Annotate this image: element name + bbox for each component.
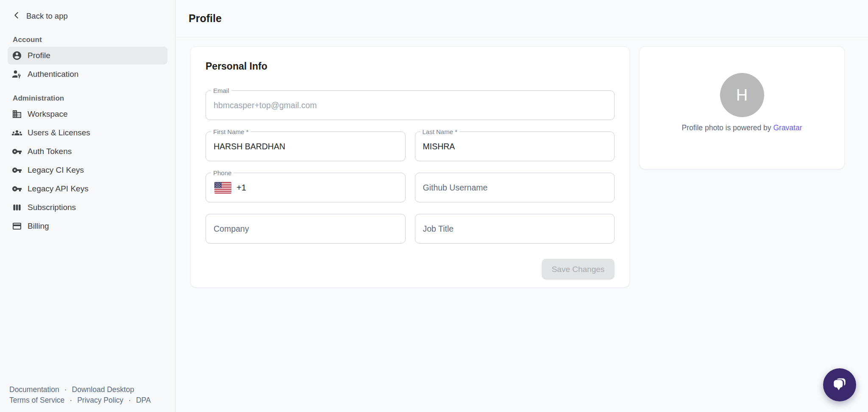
footer-separator: · <box>128 395 131 406</box>
github-username-field <box>415 173 615 202</box>
phone-field: Phone <box>206 173 406 202</box>
sidebar-item-legacy-api-keys[interactable]: Legacy API Keys <box>8 180 167 198</box>
first-name-label: First Name * <box>211 128 250 135</box>
footer-link-privacy-policy[interactable]: Privacy Policy <box>77 395 123 406</box>
last-name-input[interactable] <box>415 132 615 161</box>
email-input <box>206 91 614 120</box>
company-input[interactable] <box>206 214 405 243</box>
footer-link-dpa[interactable]: DPA <box>136 395 151 406</box>
actions-row: Save Changes <box>206 259 615 280</box>
person-key-icon <box>12 69 22 79</box>
job-title-field <box>415 214 615 244</box>
first-name-field: First Name * <box>206 132 406 161</box>
chat-bubbles-icon <box>831 376 849 395</box>
footer-link-documentation[interactable]: Documentation <box>9 384 59 395</box>
gravatar-caption: Profile photo is powered by Gravatar <box>640 123 844 132</box>
key-icon <box>12 146 22 157</box>
sidebar-item-label: Users & Licenses <box>28 128 90 137</box>
building-icon <box>12 109 22 119</box>
content-area: Personal Info Email First Name * Last Na… <box>176 38 868 412</box>
job-title-input[interactable] <box>415 214 615 243</box>
main-area: Profile Personal Info Email First Name *… <box>176 0 868 412</box>
key-icon <box>12 184 22 194</box>
section-label-administration: Administration <box>0 94 175 104</box>
account-nav-list: Profile Authentication <box>0 47 175 83</box>
phone-github-row: Phone <box>206 173 615 202</box>
last-name-label: Last Name * <box>420 128 460 135</box>
phone-input[interactable] <box>246 173 405 202</box>
page-header: Profile <box>176 0 868 37</box>
sidebar-item-subscriptions[interactable]: Subscriptions <box>8 199 167 216</box>
sidebar-item-legacy-ci-keys[interactable]: Legacy CI Keys <box>8 161 167 179</box>
first-name-input[interactable] <box>206 132 405 161</box>
sidebar-item-label: Profile <box>28 51 50 60</box>
app-screen: Back to app Account Profile Authenticati… <box>0 0 868 412</box>
sidebar-item-workspace[interactable]: Workspace <box>8 105 167 123</box>
github-username-input[interactable] <box>415 173 615 202</box>
sidebar: Back to app Account Profile Authenticati… <box>0 0 175 412</box>
last-name-field: Last Name * <box>415 132 615 161</box>
back-to-app-label: Back to app <box>26 11 68 21</box>
chat-widget-button[interactable] <box>823 368 856 401</box>
personal-info-title: Personal Info <box>206 61 615 72</box>
us-flag-icon[interactable] <box>214 182 231 193</box>
gravatar-link[interactable]: Gravatar <box>773 123 802 132</box>
personal-info-card: Personal Info Email First Name * Last Na… <box>190 46 630 288</box>
footer-separator: · <box>70 395 72 406</box>
email-label: Email <box>211 87 231 94</box>
page-title: Profile <box>189 12 222 25</box>
profile-photo-card: H Profile photo is powered by Gravatar <box>639 46 845 169</box>
sidebar-footer: Documentation · Download Desktop Terms o… <box>9 384 151 406</box>
footer-link-terms-of-service[interactable]: Terms of Service <box>9 395 64 406</box>
account-circle-icon <box>12 50 22 61</box>
sidebar-item-auth-tokens[interactable]: Auth Tokens <box>8 143 167 160</box>
sidebar-item-billing[interactable]: Billing <box>8 217 167 235</box>
sidebar-item-users-licenses[interactable]: Users & Licenses <box>8 124 167 142</box>
footer-link-download-desktop[interactable]: Download Desktop <box>72 384 134 395</box>
company-job-row <box>206 214 615 244</box>
columns-icon <box>12 202 22 213</box>
sidebar-item-label: Subscriptions <box>28 203 76 212</box>
sidebar-item-label: Workspace <box>28 109 68 119</box>
administration-nav-list: Workspace Users & Licenses Auth Tokens L… <box>0 105 175 235</box>
phone-country-code: +1 <box>236 183 246 193</box>
sidebar-item-label: Auth Tokens <box>28 147 72 156</box>
sidebar-item-label: Legacy API Keys <box>28 184 89 193</box>
save-changes-button[interactable]: Save Changes <box>542 259 615 280</box>
sidebar-item-authentication[interactable]: Authentication <box>8 65 167 83</box>
back-to-app-button[interactable]: Back to app <box>0 0 175 22</box>
footer-separator: · <box>64 384 67 395</box>
email-field: Email <box>206 90 615 120</box>
people-group-icon <box>12 128 22 138</box>
sidebar-item-label: Authentication <box>28 70 78 79</box>
credit-card-icon <box>12 221 22 231</box>
section-label-account: Account <box>0 36 175 45</box>
sidebar-item-profile[interactable]: Profile <box>8 47 167 64</box>
avatar-initial: H <box>736 86 748 104</box>
phone-label: Phone <box>211 169 234 177</box>
chevron-left-icon <box>12 11 21 22</box>
avatar: H <box>720 73 764 117</box>
key-icon <box>12 165 22 175</box>
name-row: First Name * Last Name * <box>206 132 615 161</box>
company-field <box>206 214 406 244</box>
sidebar-item-label: Legacy CI Keys <box>28 165 84 175</box>
sidebar-item-label: Billing <box>28 221 49 231</box>
